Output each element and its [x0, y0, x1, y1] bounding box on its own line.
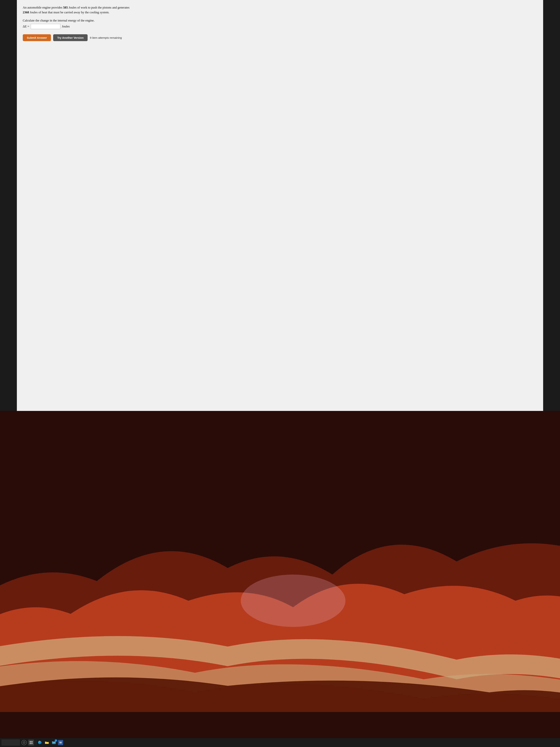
calculate-text: Calculate the change in the internal ene… [23, 19, 95, 22]
attempts-remaining: 9 item attempts remaining [90, 36, 122, 39]
word-letter: W [59, 741, 62, 744]
problem-text-part1: An automobile engine provides [23, 6, 63, 9]
taskbar-divider [36, 740, 36, 745]
mail-badge: 3 [55, 739, 57, 742]
file-explorer-button[interactable] [44, 740, 50, 746]
joules-label: Joules [62, 25, 70, 28]
content-panel: An automobile engine provides 585 Joules… [17, 0, 543, 411]
folder-icon [45, 740, 49, 745]
word-button[interactable]: W [58, 740, 63, 745]
taskbar: 3 W [0, 738, 560, 747]
value-2368: 2368 [23, 10, 29, 14]
svg-rect-3 [31, 741, 33, 742]
edge-icon [37, 740, 42, 745]
search-icon [23, 742, 25, 744]
calculate-prompt: Calculate the change in the internal ene… [23, 19, 537, 22]
svg-rect-5 [31, 743, 33, 744]
svg-rect-2 [30, 741, 31, 742]
desktop-wallpaper [0, 411, 560, 738]
svg-rect-6 [52, 742, 56, 744]
answer-row: ΔE = Joules [23, 24, 537, 29]
submit-button[interactable]: Submit Answer [23, 34, 51, 41]
svg-point-1 [241, 574, 345, 627]
start-area [1, 740, 20, 746]
action-buttons: Submit Answer Try Another Version 9 item… [23, 34, 537, 41]
mail-button[interactable]: 3 [51, 740, 57, 746]
svg-rect-4 [30, 743, 31, 744]
calculate-section: Calculate the change in the internal ene… [23, 19, 537, 29]
problem-text-part2: Joules of work to push the pistons and g… [68, 6, 129, 9]
problem-statement: An automobile engine provides 585 Joules… [23, 5, 537, 15]
search-button[interactable] [22, 740, 27, 745]
try-another-button[interactable]: Try Another Version [53, 34, 87, 41]
widgets-button[interactable] [28, 740, 34, 746]
edge-button[interactable] [37, 740, 43, 746]
value-585: 585 [63, 6, 68, 9]
problem-text-part3: Joules of heat that must be carried away… [29, 10, 109, 14]
delta-label: ΔE = [23, 25, 29, 28]
widgets-icon [29, 741, 33, 744]
answer-input[interactable] [31, 24, 60, 29]
